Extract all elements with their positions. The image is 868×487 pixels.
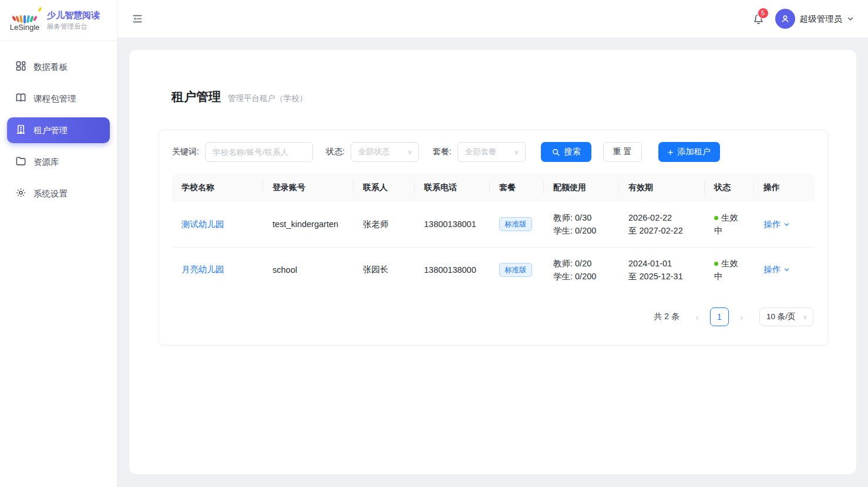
quota-students: 学生: 0/200 — [553, 270, 612, 283]
table-header-row: 学校名称 登录账号 联系人 联系电话 套餐 配额使用 有效期 状态 操作 — [172, 174, 815, 202]
col-plan: 套餐 — [490, 174, 544, 202]
brand-area: LeSingle 少儿智慧阅读 服务管理后台 — [0, 0, 117, 41]
col-phone: 联系电话 — [415, 174, 490, 202]
school-name-link[interactable]: 月亮幼儿园 — [181, 265, 224, 274]
row-actions-dropdown[interactable]: 操作 — [763, 264, 808, 275]
contact-phone: 13800138000 — [415, 247, 490, 292]
user-icon — [780, 13, 790, 24]
col-school-name: 学校名称 — [172, 174, 263, 202]
filter-bar: 关键词: 状态: 全部状态 ∨ 套餐: 全部套餐 ∨ — [172, 142, 815, 162]
user-menu[interactable]: 超级管理员 — [775, 9, 854, 29]
plus-icon: + — [668, 147, 674, 157]
status-dot-icon — [714, 216, 718, 220]
pagination-total: 共 2 条 — [654, 312, 679, 322]
logo-color-bars-icon — [12, 9, 38, 22]
plan-badge: 标准版 — [499, 217, 532, 231]
sidebar-item-label: 数据看板 — [33, 62, 68, 73]
chevron-down-icon: ∨ — [408, 148, 412, 156]
sidebar-item-resources[interactable]: 资源库 — [7, 149, 110, 175]
valid-from: 2024-01-01 — [628, 257, 698, 270]
quota-students: 学生: 0/200 — [553, 224, 612, 237]
notifications-button[interactable]: 5 — [752, 13, 765, 25]
add-tenant-button[interactable]: + 添加租户 — [658, 142, 720, 162]
keyword-input[interactable] — [205, 142, 313, 162]
quota-teachers: 教师: 0/20 — [553, 257, 612, 270]
sidebar-item-label: 课程包管理 — [33, 93, 76, 104]
pagination: 共 2 条 ‹ 1 › 10 条/页 ∨ — [172, 307, 815, 326]
logo-word: LeSingle — [8, 23, 41, 32]
status-dot-icon — [714, 262, 718, 266]
content-area: 租户管理 管理平台租户（学校） 关键词: 状态: 全部状态 ∨ 套餐: 全部套餐 — [117, 38, 868, 487]
status-badge: 生效中 — [714, 257, 745, 283]
user-name: 超级管理员 — [800, 13, 843, 25]
dashboard-icon — [15, 60, 26, 73]
sidebar-item-label: 系统设置 — [33, 188, 68, 199]
plan-badge: 标准版 — [499, 263, 532, 277]
chevron-down-icon: ∨ — [803, 313, 808, 321]
page-size-value: 10 条/页 — [766, 312, 796, 322]
brand-subtitle: 服务管理后台 — [47, 22, 100, 31]
table-row: 月亮幼儿园 school 张园长 13800138000 标准版 教师: 0/2… — [172, 247, 815, 292]
status-select-value: 全部状态 — [358, 147, 390, 157]
valid-from: 2026-02-22 — [628, 211, 698, 224]
search-icon — [551, 148, 560, 157]
tenant-panel: 关键词: 状态: 全部状态 ∨ 套餐: 全部套餐 ∨ — [159, 130, 828, 346]
gear-icon — [15, 187, 26, 200]
chevron-down-icon — [783, 266, 790, 273]
plan-select[interactable]: 全部套餐 ∨ — [457, 142, 526, 162]
valid-to: 至 2027-02-22 — [628, 224, 698, 237]
book-icon — [15, 92, 26, 105]
col-actions: 操作 — [754, 174, 815, 202]
status-badge: 生效中 — [714, 211, 745, 237]
chevron-down-icon: ∨ — [514, 148, 519, 156]
page-size-select[interactable]: 10 条/页 ∨ — [759, 307, 813, 326]
table-row: 测试幼儿园 test_kindergarten 张老师 13800138001 … — [172, 202, 815, 247]
sidebar-item-settings[interactable]: 系统设置 — [7, 181, 110, 207]
login-account: test_kindergarten — [263, 202, 354, 247]
lesingle-logo: LeSingle — [8, 9, 41, 32]
status-select[interactable]: 全部状态 ∨ — [351, 142, 419, 162]
contact-name: 张园长 — [354, 247, 415, 292]
row-actions-dropdown[interactable]: 操作 — [763, 219, 808, 230]
tenant-management-card: 租户管理 管理平台租户（学校） 关键词: 状态: 全部状态 ∨ 套餐: 全部套餐 — [129, 50, 856, 474]
quota-teachers: 教师: 0/30 — [553, 211, 612, 224]
reset-button[interactable]: 重 置 — [603, 142, 642, 162]
notification-badge: 5 — [758, 8, 769, 19]
login-account: school — [263, 247, 354, 292]
valid-to: 至 2025-12-31 — [628, 270, 698, 283]
building-icon — [15, 124, 26, 137]
col-validity: 有效期 — [619, 174, 705, 202]
plan-select-value: 全部套餐 — [465, 147, 497, 157]
chevron-down-icon — [783, 221, 790, 228]
sidebar: LeSingle 少儿智慧阅读 服务管理后台 数据看板 课程包管 — [0, 0, 117, 487]
plan-label: 套餐: — [433, 147, 452, 157]
contact-phone: 13800138001 — [415, 202, 490, 247]
page-subtitle: 管理平台租户（学校） — [228, 93, 307, 104]
chevron-down-icon — [847, 15, 854, 22]
sidebar-item-label: 资源库 — [33, 157, 59, 168]
status-label: 状态: — [326, 147, 345, 157]
col-login-account: 登录账号 — [263, 174, 354, 202]
search-button[interactable]: 搜索 — [541, 142, 591, 162]
contact-name: 张老师 — [354, 202, 415, 247]
brand-title: 少儿智慧阅读 — [47, 10, 100, 21]
sidebar-item-dashboard[interactable]: 数据看板 — [7, 54, 110, 80]
avatar — [775, 9, 795, 29]
col-contact: 联系人 — [354, 174, 415, 202]
topbar: 5 超级管理员 — [117, 0, 868, 38]
sidebar-item-course-packages[interactable]: 课程包管理 — [7, 86, 110, 111]
next-page-button[interactable]: › — [734, 312, 750, 322]
keyword-label: 关键词: — [172, 147, 199, 157]
sidebar-item-tenants[interactable]: 租户管理 — [7, 117, 110, 143]
folder-icon — [15, 155, 26, 168]
prev-page-button[interactable]: ‹ — [689, 312, 705, 322]
sidebar-item-label: 租户管理 — [33, 125, 68, 136]
school-name-link[interactable]: 测试幼儿园 — [181, 219, 224, 229]
sidebar-nav: 数据看板 课程包管理 租户管理 — [0, 41, 117, 219]
page-number-button[interactable]: 1 — [710, 307, 729, 326]
sidebar-collapse-button[interactable] — [132, 13, 143, 25]
col-quota: 配额使用 — [544, 174, 619, 202]
page-title: 租户管理 — [171, 89, 221, 105]
tenant-table: 学校名称 登录账号 联系人 联系电话 套餐 配额使用 有效期 状态 操作 — [172, 174, 815, 292]
col-status: 状态 — [705, 174, 754, 202]
